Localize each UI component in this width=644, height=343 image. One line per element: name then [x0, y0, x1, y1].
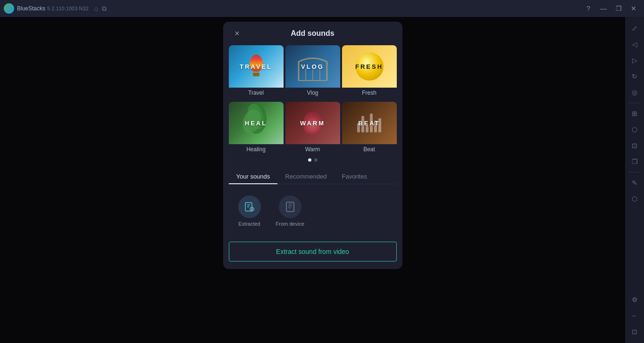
category-warm-label: WARM [300, 120, 325, 127]
sidebar-vol-left-btn[interactable]: ◁ [627, 37, 642, 52]
category-beat-label: BEAT [358, 120, 380, 127]
sound-option-device[interactable]: From device [276, 196, 305, 227]
category-vlog-img: VLOG [285, 45, 340, 88]
category-vlog-label: VLOG [301, 63, 324, 70]
multi-instance-icon[interactable]: ⧉ [102, 5, 107, 13]
category-fresh-img: FRESH [342, 45, 397, 88]
category-grid: TRAVEL Travel VLOG Vlog [223, 45, 402, 156]
category-healing-label: HEAL [245, 120, 267, 127]
extracted-icon-circle [238, 196, 261, 218]
sidebar-back-btn[interactable]: ← [627, 308, 642, 323]
from-device-label: From device [276, 221, 305, 227]
app-name: BlueStacks [17, 5, 45, 12]
sidebar-rotate-btn[interactable]: ↻ [627, 69, 642, 84]
category-warm[interactable]: WARM Warm [285, 102, 340, 156]
category-fresh-label: FRESH [355, 63, 383, 70]
add-sounds-modal: × Add sounds TRAVEL Travel [223, 22, 402, 269]
category-beat-img: BEAT [342, 102, 397, 144]
tab-favorites[interactable]: Favorites [334, 169, 374, 184]
minimize-button[interactable]: — [597, 2, 610, 15]
title-bar: BlueStacks 5.2.110.1003 N32 ⌂ ⧉ ? — ❐ ✕ [0, 0, 644, 17]
tabs-section: Your sounds Recommended Favorites [223, 169, 402, 184]
sidebar-expand-btn[interactable]: ⤢ [627, 21, 642, 36]
app-version: 5.2.110.1003 N32 [47, 6, 88, 11]
modal-close-button[interactable]: × [231, 27, 244, 40]
sidebar-camera-btn[interactable]: ⊡ [627, 138, 642, 153]
extract-button-wrap: Extract sound from video [223, 238, 402, 269]
sidebar-home-btn[interactable]: ⊡ [627, 324, 642, 339]
pagination [223, 156, 402, 169]
pagination-dot-2[interactable] [314, 158, 318, 162]
close-button[interactable]: ✕ [627, 2, 640, 15]
category-vlog[interactable]: VLOG Vlog [285, 45, 340, 100]
sidebar-location-btn[interactable]: ◎ [627, 85, 642, 100]
modal-title: Add sounds [291, 29, 334, 38]
svg-rect-8 [286, 202, 294, 212]
tab-your-sounds[interactable]: Your sounds [229, 169, 278, 184]
extract-sound-button[interactable]: Extract sound from video [229, 242, 397, 261]
sidebar-settings-btn[interactable]: ⚙ [627, 292, 642, 307]
title-bar-nav-icons: ⌂ ⧉ [94, 5, 107, 13]
sidebar-capture-btn[interactable]: ⬡ [627, 122, 642, 137]
window-controls: ? — ❐ ✕ [582, 2, 640, 15]
sidebar-divider-1 [629, 103, 640, 103]
device-icon [284, 201, 296, 212]
pagination-dot-1[interactable] [308, 158, 311, 162]
extract-icon [244, 201, 255, 212]
category-beat-name: Beat [342, 144, 397, 156]
category-travel-label: TRAVEL [240, 63, 272, 70]
help-button[interactable]: ? [582, 2, 595, 15]
modal-overlay: × Add sounds TRAVEL Travel [0, 17, 625, 343]
tabs-row: Your sounds Recommended Favorites [229, 169, 397, 184]
sidebar-3d-btn[interactable]: ⬡ [627, 191, 642, 206]
category-fresh-name: Fresh [342, 88, 397, 100]
category-fresh[interactable]: FRESH Fresh [342, 45, 397, 100]
sound-option-extracted[interactable]: Extracted [238, 196, 261, 227]
category-travel-name: Travel [229, 88, 284, 100]
sidebar-copy-btn[interactable]: ❐ [627, 154, 642, 169]
category-warm-img: WARM [285, 102, 340, 144]
tab-recommended[interactable]: Recommended [277, 169, 334, 184]
category-healing[interactable]: HEAL Healing [229, 102, 284, 156]
bluestacks-logo [4, 3, 14, 14]
category-travel-img: TRAVEL [229, 45, 284, 88]
right-sidebar: ⤢ ◁ ▷ ↻ ◎ ⊞ ⬡ ⊡ ❐ ✎ ⬡ ⚙ ← ⊡ [625, 17, 644, 343]
sidebar-vol-right-btn[interactable]: ▷ [627, 53, 642, 68]
category-warm-name: Warm [285, 144, 340, 156]
category-healing-img: HEAL [229, 102, 284, 144]
category-beat[interactable]: BEAT Beat [342, 102, 397, 156]
sidebar-brush-btn[interactable]: ✎ [627, 175, 642, 190]
sidebar-layers-btn[interactable]: ⊞ [627, 106, 642, 121]
sounds-section: Extracted From device [223, 184, 402, 238]
home-icon[interactable]: ⌂ [94, 5, 98, 12]
modal-header: × Add sounds [223, 22, 402, 45]
restore-button[interactable]: ❐ [612, 2, 625, 15]
extracted-label: Extracted [238, 221, 260, 227]
category-vlog-name: Vlog [285, 88, 340, 100]
device-icon-circle [279, 196, 301, 218]
category-travel[interactable]: TRAVEL Travel [229, 45, 284, 100]
sidebar-divider-2 [629, 172, 640, 172]
sounds-icons-row: Extracted From device [229, 192, 397, 230]
category-healing-name: Healing [229, 144, 284, 156]
